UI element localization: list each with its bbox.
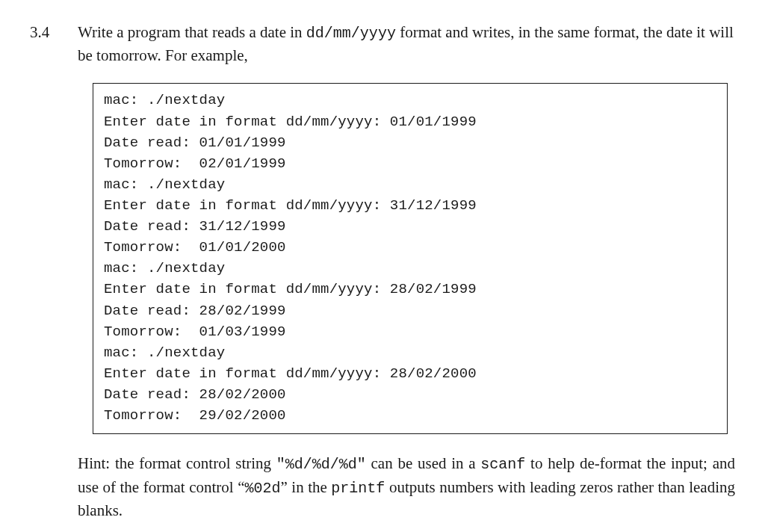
exercise-block: 3.4 Write a program that reads a date in… (30, 21, 735, 522)
hint-text-part: ” in the (281, 478, 332, 496)
inline-code-scanf-format: "%d/%d/%d" (276, 456, 366, 473)
exercise-body: Write a program that reads a date in dd/… (78, 21, 735, 522)
exercise-number: 3.4 (30, 21, 58, 522)
problem-text-part: Write a program that reads a date in (78, 23, 306, 41)
inline-code-printf-format: %02d (244, 480, 280, 497)
code-example-box: mac: ./nextday Enter date in format dd/m… (93, 83, 728, 434)
inline-code-scanf: scanf (480, 456, 525, 473)
hint-text-part: Hint: the format control string (78, 454, 276, 472)
inline-code-format: dd/mm/yyyy (306, 25, 396, 42)
hint-paragraph: Hint: the format control string "%d/%d/%… (78, 452, 735, 522)
inline-code-printf: printf (331, 480, 385, 497)
hint-text-part: can be used in a (366, 454, 481, 472)
problem-statement: Write a program that reads a date in dd/… (78, 21, 735, 66)
